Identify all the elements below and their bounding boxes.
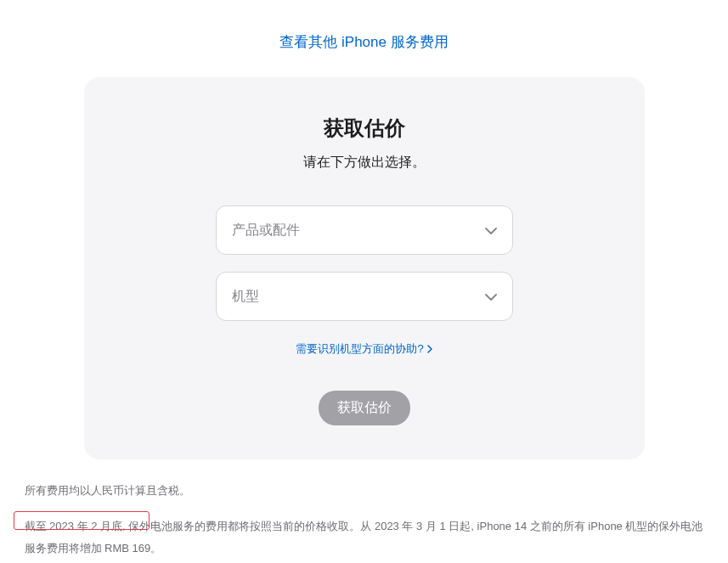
chevron-down-icon: [485, 289, 497, 304]
help-link-label: 需要识别机型方面的协助?: [296, 341, 423, 357]
product-select-wrap: 产品或配件: [216, 205, 513, 255]
card-subtitle: 请在下方做出选择。: [118, 154, 611, 172]
footnotes: 所有费用均以人民币计算且含税。 截至 2023 年 2 月底, 保外电池服务的费…: [16, 480, 713, 560]
model-select[interactable]: 机型: [216, 272, 513, 321]
product-select[interactable]: 产品或配件: [216, 205, 513, 255]
chevron-down-icon: [485, 222, 497, 238]
other-services-link[interactable]: 查看其他 iPhone 服务费用: [279, 34, 448, 50]
model-select-placeholder: 机型: [232, 288, 259, 306]
card-title: 获取估价: [118, 115, 611, 142]
estimate-card: 获取估价 请在下方做出选择。 产品或配件 机型 需要识别机型方面的协助? 获取估…: [84, 77, 645, 459]
footnote-price-change: 截至 2023 年 2 月底, 保外电池服务的费用都将按照当前的价格收取。从 2…: [25, 515, 704, 560]
product-select-placeholder: 产品或配件: [232, 222, 300, 239]
chevron-right-icon: [427, 343, 432, 356]
get-estimate-button[interactable]: 获取估价: [319, 391, 410, 425]
identify-model-help-link[interactable]: 需要识别机型方面的协助?: [296, 341, 432, 357]
footnote-tax: 所有费用均以人民币计算且含税。: [25, 480, 704, 502]
model-select-wrap: 机型: [216, 272, 513, 321]
top-link-container: 查看其他 iPhone 服务费用: [0, 0, 728, 69]
